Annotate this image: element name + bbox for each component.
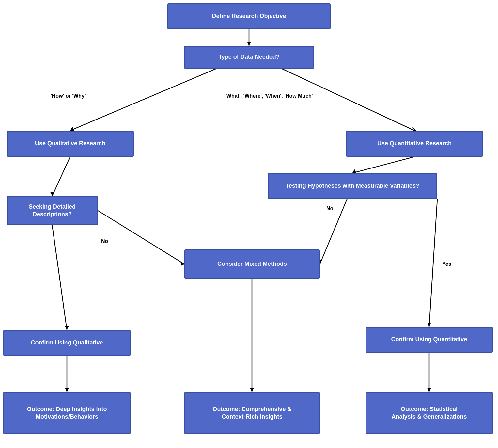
confirm-qual-node: Confirm Using Qualitative [3,330,131,356]
svg-marker-23 [427,388,431,392]
svg-marker-3 [70,127,74,131]
svg-marker-13 [65,388,69,392]
flowchart: Mixed (horizontal right) --> ConfirmQual… [0,0,498,448]
outcome-comp-node: Outcome: Comprehensive & Context-Rich In… [184,392,320,434]
quantitative-node: Use Quantitative Research [346,131,483,157]
svg-line-10 [52,225,67,330]
svg-marker-7 [50,192,54,196]
svg-marker-21 [427,323,431,327]
svg-line-6 [52,157,70,196]
svg-marker-11 [65,326,69,330]
svg-line-16 [352,157,414,173]
seeking-node: Seeking Detailed Descriptions? [7,196,98,225]
define-node: Define Research Objective [167,3,331,29]
mixed-node: Consider Mixed Methods [184,249,320,279]
svg-marker-17 [352,169,356,173]
svg-marker-15 [250,388,254,392]
svg-marker-9 [180,262,184,266]
confirm-quant-node: Confirm Using Quantitative [366,327,493,353]
svg-marker-1 [247,42,251,46]
outcome-deep-node: Outcome: Deep Insights into Motivations/… [3,392,131,434]
no2-label: No [326,206,333,212]
svg-line-2 [70,69,216,131]
testing-node: Testing Hypotheses with Measurable Varia… [268,173,437,199]
svg-line-8 [98,211,184,264]
svg-line-4 [282,69,414,131]
qualitative-node: Use Qualitative Research [7,131,134,157]
svg-line-20 [429,199,437,327]
what-where-label: 'What', 'Where', 'When', 'How Much' [225,93,313,99]
outcome-stat-node: Outcome: Statistical Analysis & Generali… [366,392,493,434]
how-why-label: 'How' or 'Why' [51,93,86,99]
no1-label: No [101,238,108,244]
yes-label: Yes [442,261,451,267]
svg-marker-5 [412,127,416,131]
type-node: Type of Data Needed? [184,46,314,69]
